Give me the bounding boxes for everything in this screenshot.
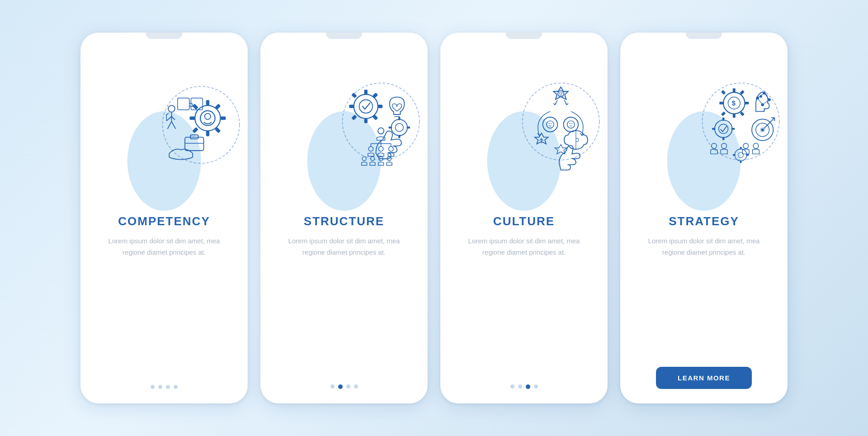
phone-notch bbox=[506, 33, 542, 39]
svg-rect-79 bbox=[745, 102, 749, 104]
svg-point-92 bbox=[719, 124, 728, 134]
phone-body-strategy: Lorem ipsum dolor sit dim amet, mea regi… bbox=[620, 236, 788, 258]
phone-title-competency: COMPETENCY bbox=[118, 214, 210, 228]
svg-point-69 bbox=[569, 123, 570, 124]
phone-title-structure: STRUCTURE bbox=[304, 214, 384, 228]
svg-line-18 bbox=[171, 122, 175, 129]
svg-rect-23 bbox=[178, 98, 189, 110]
phone-strategy: $ bbox=[620, 33, 788, 403]
svg-rect-111 bbox=[740, 147, 742, 150]
svg-point-63 bbox=[542, 117, 557, 132]
learn-more-button[interactable]: LEARN MORE bbox=[656, 367, 752, 389]
svg-point-89 bbox=[761, 128, 764, 131]
svg-rect-3 bbox=[206, 100, 209, 105]
svg-rect-6 bbox=[189, 116, 195, 119]
dots-competency bbox=[151, 374, 178, 389]
svg-point-11 bbox=[205, 114, 211, 119]
svg-rect-80 bbox=[719, 102, 723, 104]
svg-rect-95 bbox=[731, 128, 735, 130]
phone-culture: CULTURE Lorem ipsum dolor sit dim amet, … bbox=[440, 33, 608, 403]
svg-line-104 bbox=[757, 98, 762, 105]
dot-1 bbox=[510, 384, 514, 389]
phone-bottom-culture bbox=[440, 374, 608, 403]
svg-point-53 bbox=[362, 156, 366, 161]
svg-rect-94 bbox=[722, 137, 724, 140]
svg-line-20 bbox=[171, 116, 175, 119]
phone-competency: COMPETENCY Lorem ipsum dolor sit dim ame… bbox=[80, 33, 248, 403]
svg-point-27 bbox=[359, 100, 373, 113]
svg-rect-4 bbox=[206, 131, 209, 136]
phones-container: COMPETENCY Lorem ipsum dolor sit dim ame… bbox=[80, 33, 788, 403]
svg-rect-84 bbox=[721, 111, 726, 116]
svg-point-64 bbox=[547, 121, 554, 128]
svg-point-66 bbox=[551, 123, 552, 124]
dot-2 bbox=[158, 385, 162, 389]
phone-bottom-structure bbox=[260, 374, 428, 403]
svg-line-103 bbox=[762, 100, 769, 104]
svg-point-50 bbox=[368, 147, 373, 151]
svg-point-91 bbox=[715, 120, 732, 137]
svg-point-44 bbox=[378, 128, 384, 134]
svg-rect-42 bbox=[406, 127, 410, 128]
svg-point-68 bbox=[567, 121, 574, 128]
dot-4 bbox=[354, 384, 358, 389]
illustration-strategy: $ bbox=[620, 39, 788, 211]
svg-line-19 bbox=[166, 116, 171, 121]
illustration-competency bbox=[80, 39, 248, 211]
svg-line-102 bbox=[764, 93, 769, 100]
phone-body-culture: Lorem ipsum dolor sit dim amet, mea regi… bbox=[440, 236, 608, 258]
svg-point-51 bbox=[378, 147, 383, 151]
svg-rect-96 bbox=[712, 128, 715, 130]
svg-rect-34 bbox=[351, 93, 357, 99]
phone-body-competency: Lorem ipsum dolor sit dim amet, mea regi… bbox=[80, 236, 248, 258]
dot-3 bbox=[166, 385, 170, 389]
dot-3 bbox=[346, 384, 350, 389]
dot-3 bbox=[526, 384, 530, 389]
svg-marker-22 bbox=[166, 112, 170, 115]
illustration-culture bbox=[440, 39, 608, 211]
phone-notch bbox=[146, 33, 182, 39]
dot-4 bbox=[174, 385, 178, 389]
svg-rect-43 bbox=[388, 127, 392, 128]
svg-line-17 bbox=[167, 122, 171, 129]
phone-title-strategy: STRATEGY bbox=[669, 214, 739, 228]
svg-text:$: $ bbox=[731, 100, 736, 107]
dots-structure bbox=[330, 374, 358, 389]
svg-rect-29 bbox=[364, 118, 367, 123]
svg-rect-7 bbox=[215, 104, 221, 110]
svg-point-38 bbox=[391, 119, 407, 136]
svg-rect-40 bbox=[398, 117, 400, 120]
svg-point-67 bbox=[563, 117, 578, 132]
phone-notch bbox=[326, 33, 362, 39]
svg-point-110 bbox=[738, 152, 743, 158]
svg-point-65 bbox=[548, 123, 549, 124]
svg-point-15 bbox=[168, 105, 175, 112]
phone-bottom-competency bbox=[80, 374, 248, 403]
svg-rect-5 bbox=[220, 116, 226, 119]
svg-point-2 bbox=[200, 111, 215, 126]
svg-point-109 bbox=[735, 149, 747, 161]
svg-rect-112 bbox=[740, 160, 742, 163]
svg-point-39 bbox=[395, 123, 403, 132]
svg-point-70 bbox=[571, 123, 572, 124]
dot-1 bbox=[151, 385, 155, 389]
svg-rect-28 bbox=[364, 90, 367, 94]
svg-rect-78 bbox=[733, 114, 736, 118]
svg-rect-114 bbox=[733, 154, 736, 156]
svg-point-52 bbox=[388, 147, 393, 151]
svg-rect-83 bbox=[721, 90, 726, 95]
dot-1 bbox=[330, 384, 335, 389]
phone-structure: STRUCTURE Lorem ipsum dolor sit dim amet… bbox=[260, 33, 428, 403]
svg-rect-93 bbox=[722, 118, 724, 121]
phone-body-structure: Lorem ipsum dolor sit dim amet, mea regi… bbox=[260, 236, 428, 258]
dot-2 bbox=[338, 384, 343, 389]
svg-rect-77 bbox=[733, 88, 736, 92]
svg-rect-113 bbox=[746, 154, 749, 156]
svg-point-108 bbox=[753, 143, 759, 149]
phone-notch bbox=[686, 33, 722, 39]
svg-rect-30 bbox=[378, 105, 382, 108]
svg-point-106 bbox=[721, 143, 726, 149]
dots-culture bbox=[510, 374, 538, 389]
svg-point-59 bbox=[559, 93, 560, 94]
illustration-structure bbox=[260, 39, 428, 211]
